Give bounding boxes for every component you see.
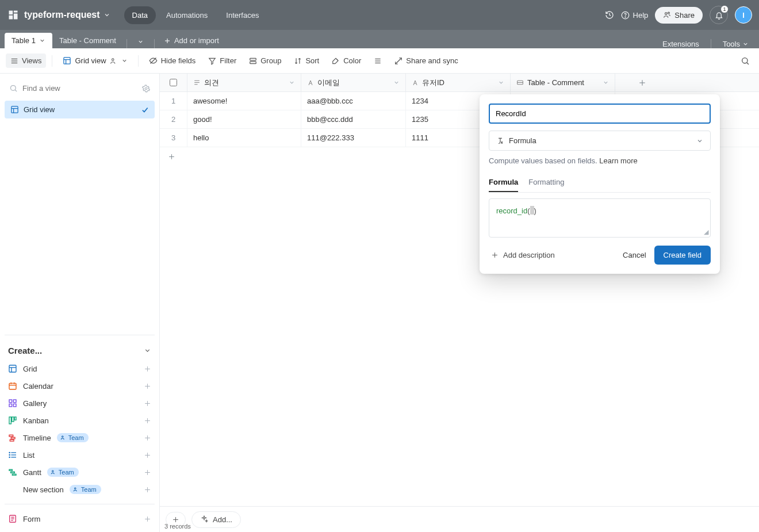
cell[interactable]: hello: [187, 129, 301, 147]
column-header-2[interactable]: 이메일: [301, 74, 406, 91]
base-name-text: typeform-request: [24, 10, 100, 20]
tab-automations[interactable]: Automations: [158, 6, 216, 24]
desc-text: Compute values based on fields.: [489, 156, 599, 165]
help-button[interactable]: Help: [621, 11, 649, 20]
create-view-grid[interactable]: Grid: [5, 360, 155, 377]
tools-button[interactable]: Tools: [723, 40, 749, 48]
hide-fields-button[interactable]: Hide fields: [144, 53, 201, 68]
records-count: 3 records: [164, 523, 191, 530]
tab-formula[interactable]: Formula: [489, 173, 518, 192]
svg-point-67: [52, 470, 53, 472]
sort-button[interactable]: Sort: [289, 53, 324, 68]
tools-label: Tools: [723, 40, 740, 48]
create-view-kanban[interactable]: Kanban: [5, 412, 155, 429]
create-view-form[interactable]: Form: [5, 510, 155, 527]
svg-point-22: [11, 86, 16, 91]
app-logo-icon[interactable]: [7, 9, 20, 21]
add-description-label: Add description: [503, 251, 555, 259]
views-toggle-button[interactable]: Views: [6, 53, 46, 68]
current-view-chip[interactable]: Grid view: [58, 53, 132, 68]
find-view-input[interactable]: [22, 84, 137, 93]
chevron-down-icon[interactable]: [603, 79, 609, 86]
add-column-button[interactable]: [615, 74, 669, 91]
grid-footer: Add... 3 records: [160, 506, 759, 532]
cell[interactable]: awesome!: [187, 92, 301, 110]
table-tab-active[interactable]: Table 1: [5, 33, 52, 48]
filter-button[interactable]: Filter: [204, 53, 241, 68]
avatar[interactable]: I: [735, 6, 752, 24]
sidebar-view-item[interactable]: Grid view: [5, 101, 155, 118]
views-label: Views: [22, 56, 41, 65]
team-badge: Team: [57, 433, 89, 442]
chevron-down-icon[interactable]: [393, 79, 400, 86]
create-item-label: Kanban: [23, 416, 49, 425]
tab-data[interactable]: Data: [124, 6, 156, 24]
create-item-label: Gantt: [23, 468, 41, 477]
cell[interactable]: bbb@ccc.ddd: [301, 110, 406, 128]
chevron-down-icon[interactable]: [498, 79, 504, 86]
cell[interactable]: 111@222.333: [301, 129, 406, 147]
column-header-4[interactable]: Table - Comment: [511, 74, 615, 91]
create-view-list[interactable]: List: [5, 446, 155, 464]
top-bar: typeform-request Data Automations Interf…: [0, 0, 759, 30]
create-view-timeline[interactable]: TimelineTeam: [5, 429, 155, 446]
col4-label: Table - Comment: [527, 78, 584, 87]
svg-rect-25: [12, 106, 18, 113]
cell[interactable]: good!: [187, 110, 301, 128]
text-type-icon: [193, 79, 201, 86]
create-view-gantt[interactable]: GanttTeam: [5, 464, 155, 481]
formula-editor[interactable]: record_id() ◢: [489, 198, 711, 238]
search-button[interactable]: [737, 53, 753, 69]
color-button[interactable]: Color: [327, 53, 366, 68]
column-header-3[interactable]: 유저ID: [406, 74, 511, 91]
chevron-down-icon: [144, 347, 151, 354]
share-sync-button[interactable]: Share and sync: [390, 53, 462, 68]
svg-rect-39: [9, 400, 12, 403]
plus-icon: [144, 515, 151, 523]
svg-rect-47: [14, 417, 16, 420]
sort-label: Sort: [305, 56, 319, 65]
settings-icon[interactable]: [142, 85, 150, 93]
learn-more-link[interactable]: Learn more: [599, 156, 637, 165]
timeline-icon: [8, 433, 17, 442]
svg-point-61: [9, 457, 10, 457]
create-view-calendar[interactable]: Calendar: [5, 377, 155, 395]
resize-handle-icon[interactable]: ◢: [704, 228, 708, 236]
chevron-down-icon[interactable]: [289, 79, 295, 86]
share-button[interactable]: Share: [655, 7, 703, 24]
tab-interfaces[interactable]: Interfaces: [218, 6, 267, 24]
filter-label: Filter: [220, 56, 236, 65]
add-or-import-button[interactable]: Add or import: [158, 33, 225, 48]
popover-actions: Add description Cancel Create field: [489, 246, 711, 265]
view-toolbar: Views Grid view Hide fields Filter Group…: [0, 48, 759, 74]
svg-rect-33: [9, 383, 16, 389]
cancel-button[interactable]: Cancel: [615, 246, 654, 264]
create-view-gallery[interactable]: Gallery: [5, 395, 155, 412]
column-header-1[interactable]: 의견: [187, 74, 301, 91]
plus-icon: [144, 469, 151, 476]
base-name-dropdown[interactable]: typeform-request: [24, 10, 110, 20]
footer-add-menu[interactable]: Add...: [191, 511, 241, 528]
history-icon[interactable]: [605, 10, 614, 20]
table-tab-chevron[interactable]: [131, 35, 151, 48]
find-view-search[interactable]: [5, 78, 155, 98]
field-name-input[interactable]: [489, 104, 711, 124]
row-height-button[interactable]: [369, 54, 386, 68]
cell[interactable]: aaa@bbb.ccc: [301, 92, 406, 110]
svg-line-21: [747, 62, 749, 64]
color-label: Color: [343, 56, 361, 65]
create-section-toggle[interactable]: Create...: [5, 341, 155, 360]
create-view-new-section[interactable]: New sectionTeam: [5, 481, 155, 498]
group-button[interactable]: Group: [244, 53, 286, 68]
extensions-button[interactable]: Extensions: [662, 40, 699, 48]
notifications-button[interactable]: 1: [710, 6, 728, 24]
select-all-checkbox[interactable]: [160, 74, 187, 91]
gantt-icon: [8, 468, 17, 477]
create-item-label: Grid: [23, 365, 37, 373]
tab-formatting[interactable]: Formatting: [528, 173, 564, 192]
table-tab-secondary[interactable]: Table - Comment: [52, 33, 123, 48]
field-type-select[interactable]: Formula: [489, 131, 711, 151]
create-field-button[interactable]: Create field: [654, 246, 711, 265]
add-description-button[interactable]: Add description: [489, 247, 557, 263]
svg-line-23: [15, 90, 17, 91]
